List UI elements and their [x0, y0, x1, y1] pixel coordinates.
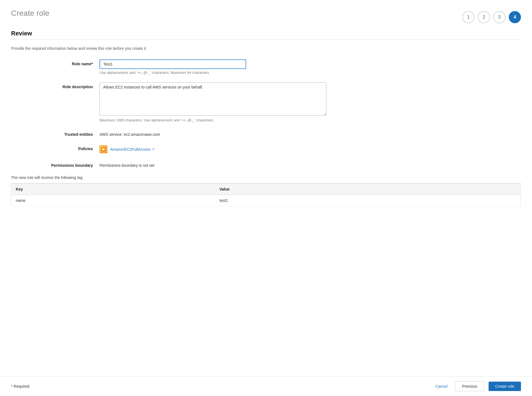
role-description-label: Role description: [11, 82, 100, 89]
page-container: Create role 1 2 3 4 Review Provide the r…: [0, 0, 532, 239]
footer-actions: Cancel Previous Create role: [432, 381, 521, 391]
section-title: Review: [11, 30, 521, 37]
role-name-content: Use alphanumeric and '+=,.@-_' character…: [100, 59, 326, 75]
tags-table: Key Value name test1: [11, 183, 521, 206]
policies-content: AmazonEC2FullAccess ↗: [100, 144, 326, 153]
step-indicators: 1 2 3 4: [462, 9, 521, 23]
policies-label: Policies: [11, 144, 100, 151]
footer-bar: * Required Cancel Previous Create role: [0, 376, 532, 396]
tags-section: The new role will receive the following …: [11, 175, 521, 206]
tags-table-header: Key Value: [11, 184, 521, 195]
trusted-entities-label: Trusted entities: [11, 130, 100, 137]
permissions-boundary-content: Permissions boundary is not set: [100, 161, 326, 168]
role-name-label: Role name*: [11, 59, 100, 66]
ec2-policy-icon: [100, 145, 107, 153]
role-description-row: Role description Allows EC2 instances to…: [11, 82, 521, 122]
step-2: 2: [478, 11, 490, 23]
table-row: name test1: [11, 195, 521, 206]
policies-list: AmazonEC2FullAccess ↗: [100, 144, 326, 153]
form-section: Role name* Use alphanumeric and '+=,.@-_…: [11, 59, 521, 168]
role-name-hint: Use alphanumeric and '+=,.@-_' character…: [100, 71, 326, 75]
permissions-boundary-value: Permissions boundary is not set: [100, 161, 326, 168]
tag-key-cell: name: [11, 195, 215, 206]
permissions-boundary-label: Permissions boundary: [11, 161, 100, 168]
external-link-icon: ↗: [152, 147, 155, 151]
previous-button[interactable]: Previous: [455, 381, 484, 391]
tags-col-value-header: Value: [215, 184, 521, 195]
trusted-entities-value: AWS service: ec2.amazonaws.com: [100, 130, 326, 137]
step-3: 3: [493, 11, 505, 23]
trusted-entities-content: AWS service: ec2.amazonaws.com: [100, 130, 326, 137]
role-name-row: Role name* Use alphanumeric and '+=,.@-_…: [11, 59, 521, 75]
header-row: Create role 1 2 3 4: [11, 9, 521, 23]
role-description-textarea[interactable]: Allows EC2 instances to call AWS service…: [100, 82, 326, 116]
policies-row: Policies AmazonEC2FullAccess ↗: [11, 144, 521, 153]
page-title: Create role: [11, 9, 49, 18]
cancel-button[interactable]: Cancel: [432, 382, 451, 391]
role-name-input[interactable]: [100, 59, 246, 69]
step-1: 1: [462, 11, 474, 23]
required-note: * Required: [11, 384, 29, 389]
permissions-boundary-row: Permissions boundary Permissions boundar…: [11, 161, 521, 168]
role-description-hint: Maximum 1000 characters. Use alphanumeri…: [100, 118, 326, 122]
tags-subtitle: The new role will receive the following …: [11, 175, 521, 180]
tags-col-key-header: Key: [11, 184, 215, 195]
section-divider: [11, 39, 521, 40]
step-4: 4: [509, 11, 521, 23]
trusted-entities-row: Trusted entities AWS service: ec2.amazon…: [11, 130, 521, 137]
tag-value-cell: test1: [215, 195, 521, 206]
create-role-button[interactable]: Create role: [489, 382, 521, 391]
policy-link[interactable]: AmazonEC2FullAccess ↗: [110, 147, 155, 152]
role-description-content: Allows EC2 instances to call AWS service…: [100, 82, 326, 122]
subtitle: Provide the required information below a…: [11, 46, 521, 51]
policy-name: AmazonEC2FullAccess: [110, 147, 150, 152]
